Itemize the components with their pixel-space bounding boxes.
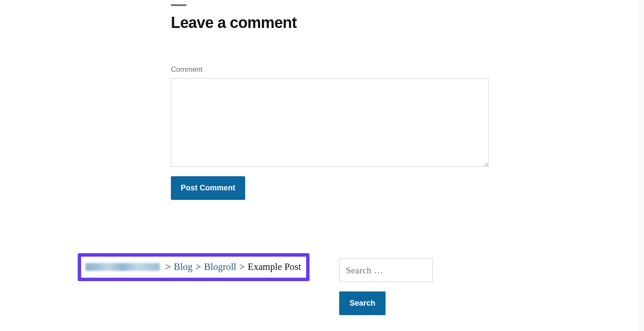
breadcrumb: > Blog > Blogroll > Example Post bbox=[78, 253, 310, 281]
breadcrumb-separator: > bbox=[165, 261, 171, 273]
breadcrumb-home-link[interactable] bbox=[85, 263, 160, 271]
search-input[interactable] bbox=[339, 258, 433, 282]
divider-line bbox=[171, 4, 186, 6]
breadcrumb-current: Example Post bbox=[248, 261, 301, 273]
search-button[interactable]: Search bbox=[339, 291, 386, 315]
leave-comment-heading: Leave a comment bbox=[171, 14, 489, 32]
breadcrumb-separator: > bbox=[239, 261, 245, 273]
comment-textarea[interactable] bbox=[171, 78, 489, 167]
post-comment-button[interactable]: Post Comment bbox=[171, 176, 245, 200]
scrollbar[interactable] bbox=[638, 0, 644, 331]
breadcrumb-link-blog[interactable]: Blog bbox=[174, 261, 193, 273]
breadcrumb-separator: > bbox=[195, 261, 201, 273]
comment-label: Comment bbox=[171, 65, 489, 74]
breadcrumb-link-blogroll[interactable]: Blogroll bbox=[204, 261, 236, 273]
